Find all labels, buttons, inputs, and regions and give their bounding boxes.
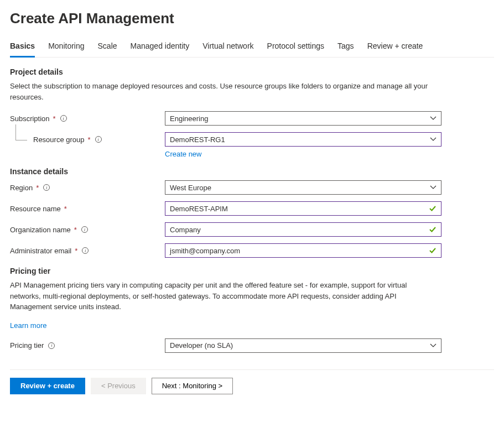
required-mark: * — [53, 114, 56, 123]
resource-group-select[interactable]: DemoREST-RG1 — [165, 132, 441, 147]
check-icon — [429, 205, 437, 212]
chevron-down-icon — [430, 184, 437, 191]
chevron-down-icon — [430, 115, 437, 122]
organization-name-value: Company — [170, 226, 201, 234]
required-mark: * — [88, 135, 91, 144]
pricing-tier-value: Developer (no SLA) — [170, 341, 233, 350]
project-details-heading: Project details — [10, 67, 494, 76]
resource-group-label: Resource group — [33, 135, 85, 144]
tab-protocol-settings[interactable]: Protocol settings — [267, 37, 325, 58]
required-mark: * — [74, 226, 77, 234]
organization-name-input[interactable]: Company — [165, 222, 441, 237]
required-mark: * — [64, 205, 67, 213]
check-icon — [429, 247, 437, 254]
region-label: Region — [10, 184, 33, 192]
subscription-select[interactable]: Engineering — [165, 111, 441, 126]
tab-tags[interactable]: Tags — [337, 37, 354, 58]
next-button[interactable]: Next : Monitoring > — [152, 378, 233, 394]
create-new-link[interactable]: Create new — [165, 150, 201, 158]
subscription-label: Subscription — [10, 114, 50, 123]
resource-name-value: DemoREST-APIM — [170, 205, 228, 213]
info-icon[interactable]: i — [48, 342, 55, 349]
learn-more-link[interactable]: Learn more — [10, 321, 46, 330]
chevron-down-icon — [430, 342, 437, 349]
subscription-value: Engineering — [170, 114, 208, 123]
project-details-description: Select the subscription to manage deploy… — [10, 81, 430, 102]
tab-scale[interactable]: Scale — [98, 37, 117, 58]
info-icon[interactable]: i — [60, 115, 67, 122]
info-icon[interactable]: i — [81, 226, 88, 233]
tab-basics[interactable]: Basics — [10, 37, 35, 58]
region-select[interactable]: West Europe — [165, 180, 441, 195]
tab-monitoring[interactable]: Monitoring — [48, 37, 84, 58]
page-title: Create API Management — [10, 10, 494, 27]
instance-details-heading: Instance details — [10, 167, 494, 176]
pricing-tier-description: API Management pricing tiers vary in com… — [10, 280, 430, 312]
pricing-tier-select[interactable]: Developer (no SLA) — [165, 338, 441, 353]
check-icon — [429, 226, 437, 233]
review-create-button[interactable]: Review + create — [10, 378, 85, 394]
info-icon[interactable]: i — [95, 136, 102, 143]
footer-bar: Review + create < Previous Next : Monito… — [10, 369, 494, 402]
resource-group-value: DemoREST-RG1 — [170, 135, 225, 144]
chevron-down-icon — [430, 136, 437, 143]
admin-email-value: jsmith@company.com — [170, 247, 240, 255]
previous-button: < Previous — [91, 378, 146, 394]
pricing-tier-heading: Pricing tier — [10, 267, 494, 275]
info-icon[interactable]: i — [43, 184, 50, 191]
admin-email-label: Administrator email — [10, 247, 71, 255]
tabs-bar: Basics Monitoring Scale Managed identity… — [10, 37, 494, 58]
resource-name-label: Resource name — [10, 205, 61, 213]
organization-name-label: Organization name — [10, 226, 71, 234]
pricing-tier-label: Pricing tier — [10, 341, 44, 350]
region-value: West Europe — [170, 184, 211, 192]
tab-managed-identity[interactable]: Managed identity — [131, 37, 190, 58]
tab-virtual-network[interactable]: Virtual network — [202, 37, 253, 58]
required-mark: * — [75, 247, 77, 255]
tab-review-create[interactable]: Review + create — [367, 37, 423, 58]
required-mark: * — [36, 184, 39, 192]
admin-email-input[interactable]: jsmith@company.com — [165, 243, 441, 258]
info-icon[interactable]: i — [82, 247, 89, 254]
resource-name-input[interactable]: DemoREST-APIM — [165, 201, 441, 216]
